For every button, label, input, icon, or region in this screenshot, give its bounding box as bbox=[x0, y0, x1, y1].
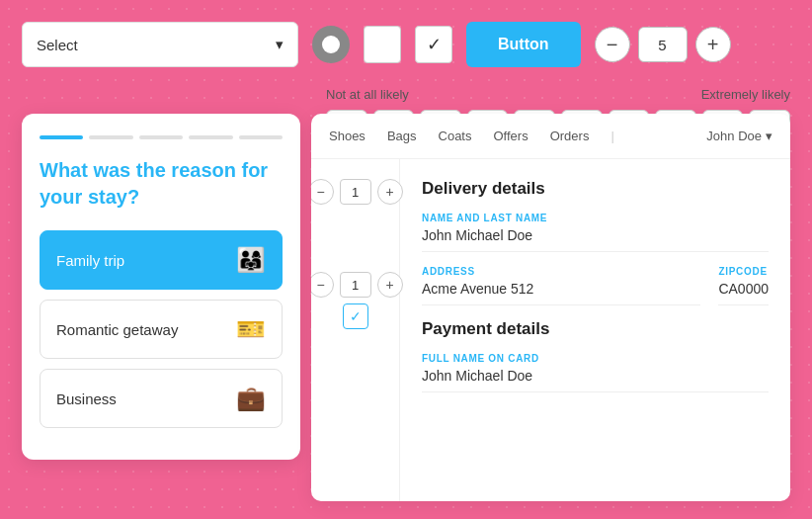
mini-plus-1[interactable]: + bbox=[377, 179, 403, 205]
address-label: ADDRESS bbox=[422, 266, 700, 277]
progress-bar bbox=[40, 135, 283, 139]
checkmark-icon: ✓ bbox=[427, 34, 442, 55]
radio-inner bbox=[322, 36, 340, 53]
stepper: − 5 + bbox=[595, 27, 731, 62]
user-chevron-icon: ▾ bbox=[766, 129, 772, 143]
nav-shoes[interactable]: Shoes bbox=[329, 129, 365, 143]
nav-divider: | bbox=[610, 129, 613, 143]
right-panel: Shoes Bags Coats Offers Orders | John Do… bbox=[311, 114, 790, 501]
progress-segment-1 bbox=[40, 135, 83, 139]
likelihood-labels: Not at all likely Extremely likely bbox=[326, 87, 790, 102]
option-label-business: Business bbox=[56, 390, 117, 407]
user-name: John Doe bbox=[706, 129, 762, 143]
progress-segment-3 bbox=[139, 135, 183, 139]
delivery-title: Delivery details bbox=[422, 179, 769, 199]
name-label: NAME AND LAST NAME bbox=[422, 213, 769, 223]
mini-stepper-1: − 1 + bbox=[311, 179, 403, 205]
mini-plus-2[interactable]: + bbox=[377, 272, 403, 298]
question-text: What was the reason for your stay? bbox=[40, 157, 283, 211]
likelihood-right-label: Extremely likely bbox=[701, 87, 790, 102]
mini-val-1: 1 bbox=[340, 179, 371, 205]
nav-orders[interactable]: Orders bbox=[550, 129, 590, 143]
mini-stepper-2: − 1 + ✓ bbox=[311, 272, 403, 329]
zip-block: ZIPCODE CA0000 bbox=[718, 266, 769, 319]
zipcode-label: ZIPCODE bbox=[718, 266, 769, 277]
payment-title: Payment details bbox=[422, 319, 769, 339]
family-icon: 👨‍👩‍👧 bbox=[236, 246, 266, 274]
top-bar: Select ▾ ✓ Button − 5 + bbox=[22, 22, 790, 67]
select-label: Select bbox=[37, 37, 78, 53]
nav-coats[interactable]: Coats bbox=[439, 129, 472, 143]
mini-minus-2[interactable]: − bbox=[311, 272, 334, 298]
name-value: John Michael Doe bbox=[422, 227, 769, 252]
address-row: ADDRESS Acme Avenue 512 ZIPCODE CA0000 bbox=[422, 266, 769, 319]
progress-segment-4 bbox=[189, 135, 232, 139]
mini-check-icon[interactable]: ✓ bbox=[343, 303, 368, 329]
chevron-down-icon: ▾ bbox=[276, 36, 284, 53]
option-romantic-getaway[interactable]: Romantic getaway 🎫 bbox=[40, 300, 283, 359]
mini-stepper-row-2: − 1 + bbox=[311, 272, 403, 298]
stepper-col: − 1 + − 1 + ✓ bbox=[311, 159, 400, 501]
stepper-value: 5 bbox=[638, 27, 688, 62]
fullname-value: John Michael Doe bbox=[422, 368, 769, 392]
option-business[interactable]: Business 💼 bbox=[40, 369, 283, 428]
fullname-label: FULL NAME ON CARD bbox=[422, 353, 769, 364]
nav-offers[interactable]: Offers bbox=[493, 129, 528, 143]
nav-bar: Shoes Bags Coats Offers Orders | John Do… bbox=[311, 114, 790, 159]
mini-stepper-row-1: − 1 + bbox=[311, 179, 403, 205]
nav-bags[interactable]: Bags bbox=[387, 129, 417, 143]
business-icon: 💼 bbox=[236, 385, 266, 412]
checkbox-checked-icon[interactable]: ✓ bbox=[415, 26, 452, 63]
main-button[interactable]: Button bbox=[466, 22, 581, 67]
mini-val-2: 1 bbox=[340, 272, 371, 298]
details-col: Delivery details NAME AND LAST NAME John… bbox=[400, 159, 790, 501]
radio-icon[interactable] bbox=[312, 26, 350, 63]
stepper-minus-button[interactable]: − bbox=[595, 27, 630, 62]
address-value: Acme Avenue 512 bbox=[422, 281, 700, 305]
mini-minus-1[interactable]: − bbox=[311, 179, 334, 205]
zipcode-value: CA0000 bbox=[718, 281, 769, 305]
romantic-icon: 🎫 bbox=[236, 315, 266, 343]
progress-segment-5 bbox=[239, 135, 283, 139]
likelihood-left-label: Not at all likely bbox=[326, 87, 409, 102]
checkbox-empty-icon[interactable] bbox=[364, 26, 401, 63]
select-dropdown[interactable]: Select ▾ bbox=[22, 22, 298, 67]
left-card: What was the reason for your stay? Famil… bbox=[22, 114, 300, 460]
stepper-plus-button[interactable]: + bbox=[695, 27, 731, 62]
option-label-romantic: Romantic getaway bbox=[56, 321, 178, 338]
content-area: − 1 + − 1 + ✓ Delivery details NAME AND … bbox=[311, 159, 790, 501]
option-family-trip[interactable]: Family trip 👨‍👩‍👧 bbox=[40, 230, 283, 290]
nav-user[interactable]: John Doe ▾ bbox=[706, 129, 772, 143]
progress-segment-2 bbox=[89, 135, 132, 139]
address-block: ADDRESS Acme Avenue 512 bbox=[422, 266, 700, 319]
option-label-family: Family trip bbox=[56, 252, 124, 269]
